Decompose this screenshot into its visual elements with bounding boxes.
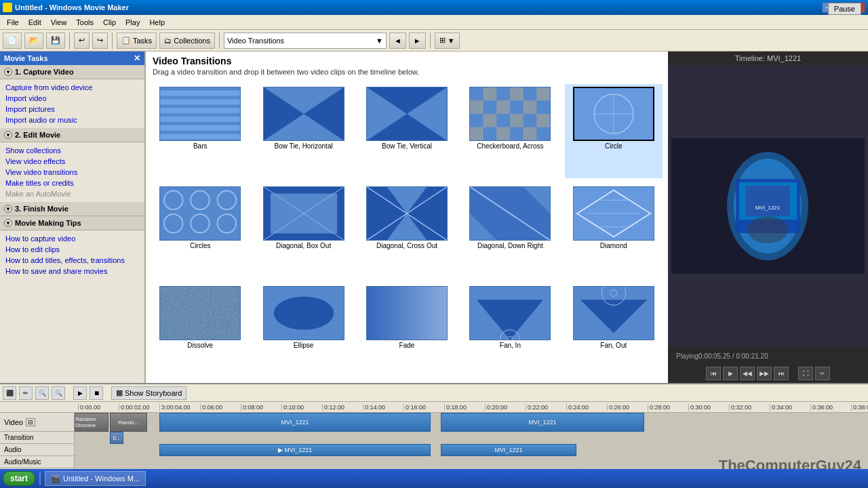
transition-diag-down-right[interactable]: Diagonal, Down Right	[461, 184, 559, 278]
transition-clip[interactable]: D...	[110, 432, 123, 444]
svg-point-72	[273, 296, 334, 329]
transition-bowtie-v[interactable]: Bow Tie, Vertical	[358, 84, 456, 178]
view-transitions-link[interactable]: View video transitions	[5, 167, 139, 178]
ruler-8: 0:16:00	[403, 404, 444, 411]
skip-end-button[interactable]: ⏭	[774, 367, 789, 380]
capture-device-link[interactable]: Capture from video device	[5, 82, 139, 93]
transition-fade[interactable]: Fade	[358, 283, 456, 378]
taskbar-label: Untitled - Windows M...	[63, 474, 140, 483]
audio-track-content[interactable]: ▶ MVI_1221 MVI_1221	[75, 444, 868, 456]
transition-circles[interactable]: Circles	[151, 184, 249, 278]
panel-close-button[interactable]: ✕	[134, 54, 140, 63]
howto-edit-link[interactable]: How to edit clips	[5, 244, 139, 255]
import-audio-link[interactable]: Import audio or music	[5, 115, 139, 125]
transitions-dropdown[interactable]: Video Transitions ▼	[224, 33, 387, 49]
transition-bowtie-h-thumb	[263, 87, 344, 141]
open-button[interactable]: 📂	[24, 33, 43, 49]
left-panel: Movie Tasks ✕ ▼ 1. Capture Video Capture…	[0, 52, 146, 383]
timeline-btn-3[interactable]: 🔍	[35, 386, 49, 400]
timeline-btn-1[interactable]: ⬛	[3, 386, 16, 400]
nav-forward-button[interactable]: ►	[409, 33, 426, 49]
edit-label: 2. Edit Movie	[15, 131, 60, 139]
pause-button[interactable]: Pause	[828, 3, 861, 15]
redo-button[interactable]: ↪	[92, 33, 108, 49]
menu-view[interactable]: View	[47, 17, 71, 28]
transition-track-content[interactable]: D...	[75, 432, 868, 444]
svg-rect-23	[510, 100, 524, 114]
section-tips-header[interactable]: ▼ Movie Making Tips	[0, 216, 144, 230]
transition-circle[interactable]: Circle	[565, 84, 663, 178]
ruler-2: 3:00:04.00	[159, 404, 200, 411]
ruler-16: 0:32:00	[729, 404, 770, 411]
ruler-11: 0:22:00	[526, 404, 566, 411]
tasks-button[interactable]: 📋 Tasks	[117, 33, 157, 49]
transition-ellipse[interactable]: Ellipse	[254, 283, 352, 378]
section-capture-header[interactable]: ▼ 1. Capture Video	[0, 65, 144, 79]
video-clip-mvi1221-2[interactable]: MVI_1221	[441, 413, 644, 432]
split-button[interactable]: ✂	[815, 367, 830, 380]
transition-fan-in[interactable]: Fan, In	[461, 283, 559, 378]
svg-rect-1	[160, 91, 240, 96]
menu-clip[interactable]: Clip	[99, 17, 120, 28]
audio-track-row: Audio ▶ MVI_1221 MVI_1221	[0, 444, 868, 456]
howto-save-link[interactable]: How to save and share movies	[5, 266, 139, 277]
howto-titles-link[interactable]: How to add titles, effects, transitions	[5, 255, 139, 266]
taskbar-movie-maker[interactable]: 🎬 Untitled - Windows M...	[45, 471, 146, 486]
transition-fan-out[interactable]: Fan, Out	[565, 283, 663, 378]
video-clip-rando[interactable]: Rando...	[110, 413, 147, 432]
video-clip-random-dissolve[interactable]: Random Dissolve	[75, 413, 108, 432]
preview-title: Timeline: MVI_1221	[668, 52, 868, 65]
ruler-7: 0:14:00	[363, 404, 403, 411]
svg-rect-30	[524, 114, 537, 127]
menu-play[interactable]: Play	[121, 17, 144, 28]
import-video-link[interactable]: Import video	[5, 93, 139, 104]
nav-back-button[interactable]: ◄	[389, 33, 406, 49]
import-pictures-link[interactable]: Import pictures	[5, 104, 139, 115]
collections-button[interactable]: 🗂 Collections	[159, 33, 215, 49]
menu-help[interactable]: Help	[145, 17, 169, 28]
undo-button[interactable]: ↩	[74, 33, 90, 49]
svg-rect-37	[537, 127, 551, 141]
audio-clip-2[interactable]: MVI_1221	[441, 444, 576, 456]
view-button[interactable]: ⊞▼	[435, 33, 460, 49]
video-track-content[interactable]: Random Dissolve Rando... MVI_1221 MVI_12…	[75, 413, 868, 432]
stop-timeline-btn[interactable]: ⏹	[90, 386, 103, 400]
fast-forward-button[interactable]: ▶▶	[757, 367, 772, 380]
svg-rect-5	[160, 125, 240, 131]
rewind-button[interactable]: ◀◀	[740, 367, 755, 380]
transition-diag-box-out[interactable]: Diagonal, Box Out	[254, 184, 352, 278]
save-button[interactable]: 💾	[46, 33, 65, 49]
audio-clip-1[interactable]: ▶ MVI_1221	[159, 444, 431, 456]
transition-diamond[interactable]: Diamond	[565, 184, 663, 278]
storyboard-button[interactable]: ▦ Show Storyboard	[111, 386, 186, 400]
play-timeline-btn[interactable]: ▶	[73, 386, 87, 400]
audio-music-track-content[interactable]	[75, 456, 868, 468]
timeline-btn-2[interactable]: ✏	[19, 386, 33, 400]
transition-bars[interactable]: Bars	[151, 84, 249, 178]
section-finish-header[interactable]: ▼ 3. Finish Movie	[0, 202, 144, 216]
view-effects-link[interactable]: View video effects	[5, 156, 139, 167]
play-button[interactable]: ▶	[723, 367, 738, 380]
menu-file[interactable]: File	[3, 17, 23, 28]
transition-dissolve[interactable]: Dissolve	[151, 283, 249, 378]
transition-fan-in-thumb	[469, 286, 551, 340]
new-button[interactable]: 📄	[3, 33, 22, 49]
howto-capture-link[interactable]: How to capture video	[5, 233, 139, 244]
menu-tools[interactable]: Tools	[72, 17, 98, 28]
video-clip-mvi1221-1[interactable]: MVI_1221	[159, 413, 431, 432]
video-expand-btn[interactable]: ⊟	[26, 418, 35, 426]
transition-checker[interactable]: Checkerboard, Across	[461, 84, 559, 178]
preview-controls: Playing 0:00:05.25 / 0:00:21.20 Pause ⏮ …	[668, 347, 868, 383]
transition-bowtie-h[interactable]: Bow Tie, Horizontal	[254, 84, 352, 178]
transition-diag-cross-out[interactable]: Diagonal, Cross Out	[358, 184, 456, 278]
skip-start-button[interactable]: ⏮	[706, 367, 721, 380]
timeline-btn-4[interactable]: 🔍	[52, 386, 65, 400]
fullscreen-button[interactable]: ⛶	[798, 367, 813, 380]
transition-diag-box-out-thumb	[263, 186, 344, 241]
start-button[interactable]: start	[3, 471, 35, 486]
section-edit-header[interactable]: ▼ 2. Edit Movie	[0, 128, 144, 142]
menu-edit[interactable]: Edit	[24, 17, 45, 28]
auto-movie-link: Make an AutoMovie	[5, 188, 139, 199]
make-titles-link[interactable]: Make titles or credits	[5, 178, 139, 188]
show-collections-link[interactable]: Show collections	[5, 145, 139, 156]
